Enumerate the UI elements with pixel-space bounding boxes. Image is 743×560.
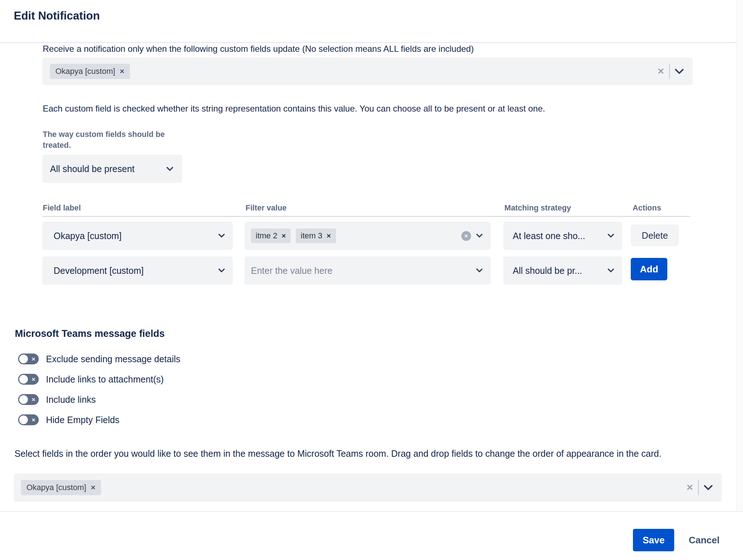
toggle-off-icon: ✕ (32, 397, 35, 402)
toggle-row-exclude-details: ✕ Exclude sending message details (18, 354, 180, 364)
column-header-field-label: Field label (43, 204, 81, 213)
toggle-label: Exclude sending message details (46, 354, 180, 364)
order-description: Select fields in the order you would lik… (14, 447, 713, 460)
column-header-matching-strategy: Matching strategy (504, 204, 571, 213)
tag-remove-icon[interactable]: ✕ (91, 485, 96, 491)
chevron-down-icon (218, 268, 225, 273)
toggle-row-hide-empty-fields: ✕ Hide Empty Fields (18, 414, 119, 425)
field-label-value: Okapya [custom] (54, 231, 122, 241)
page-title: Edit Notification (14, 9, 100, 22)
footer-divider (0, 511, 743, 512)
selected-field-tag: Okapya [custom] ✕ (21, 480, 101, 495)
toggle-off-icon: ✕ (32, 357, 35, 362)
clear-all-icon[interactable]: ✕ (461, 231, 471, 241)
treatment-label: The way custom fields should be treated. (43, 129, 166, 151)
filter-value-select[interactable]: itme 2 ✕ item 3 ✕ ✕ (244, 222, 491, 250)
chevron-down-icon (218, 234, 225, 238)
toggle-switch[interactable]: ✕ (18, 374, 39, 385)
treatment-dropdown[interactable]: All should be present (42, 155, 182, 183)
toggle-knob (19, 395, 28, 404)
tag-label: Okapya [custom] (26, 483, 86, 492)
header-divider (0, 42, 743, 43)
teams-section-heading: Microsoft Teams message fields (15, 328, 165, 339)
clear-selection-icon[interactable]: ✕ (686, 483, 693, 492)
toggle-switch[interactable]: ✕ (18, 394, 39, 405)
cancel-button[interactable]: Cancel (689, 529, 719, 551)
toggle-label: Hide Empty Fields (46, 415, 119, 425)
chevron-down-icon[interactable] (704, 485, 713, 491)
filter-value-placeholder: Enter the value here (251, 266, 332, 276)
toggle-knob (19, 355, 28, 363)
toggle-switch[interactable]: ✕ (18, 354, 39, 364)
column-header-actions: Actions (633, 204, 661, 213)
matching-strategy-value: All should be pr... (513, 266, 582, 276)
toggle-row-include-links: ✕ Include links (18, 394, 96, 405)
selected-field-tag: Okapya [custom] ✕ (50, 64, 130, 79)
toggle-switch[interactable]: ✕ (18, 414, 39, 425)
tag-remove-icon[interactable]: ✕ (119, 68, 125, 75)
chevron-down-icon (476, 234, 483, 238)
toggle-knob (19, 415, 28, 424)
custom-fields-hint: Each custom field is checked whether its… (43, 104, 545, 114)
field-label-select[interactable]: Development [custom] (42, 256, 233, 285)
chevron-down-icon[interactable] (675, 68, 684, 75)
table-header-underline (42, 216, 690, 217)
matching-strategy-select[interactable]: At least one sho... (503, 222, 622, 250)
treatment-value: All should be present (50, 164, 134, 174)
field-label-value: Development [custom] (54, 266, 144, 276)
add-row-button[interactable]: Add (631, 258, 667, 280)
toggle-label: Include links (46, 394, 96, 405)
matching-strategy-value: At least one sho... (513, 231, 585, 241)
matching-strategy-select[interactable]: All should be pr... (503, 256, 622, 285)
chevron-down-icon (166, 167, 173, 171)
tag-label: item 3 (301, 231, 322, 241)
filter-tag: item 3 ✕ (296, 229, 336, 243)
chevron-down-icon (608, 234, 614, 238)
tag-remove-icon[interactable]: ✕ (281, 233, 286, 239)
chevron-down-icon (608, 268, 614, 273)
delete-row-button[interactable]: Delete (631, 225, 679, 246)
save-button[interactable]: Save (633, 529, 674, 551)
scrollbar-track[interactable] (736, 0, 743, 511)
tag-remove-icon[interactable]: ✕ (326, 233, 331, 239)
toggle-off-icon: ✕ (32, 377, 35, 382)
toggle-off-icon: ✕ (32, 418, 35, 422)
column-header-filter-value: Filter value (245, 204, 287, 213)
select-divider (698, 480, 699, 495)
tag-label: itme 2 (256, 231, 277, 241)
order-fields-multiselect[interactable]: Okapya [custom] ✕ ✕ (14, 473, 722, 502)
custom-fields-description: Receive a notification only when the fol… (43, 44, 474, 54)
clear-selection-icon[interactable]: ✕ (657, 67, 664, 76)
chevron-down-icon (476, 268, 483, 273)
toggle-label: Include links to attachment(s) (46, 374, 164, 385)
select-divider (669, 64, 670, 79)
filter-value-input[interactable]: Enter the value here (244, 256, 491, 285)
filter-tag: itme 2 ✕ (251, 229, 291, 243)
toggle-row-attachment-links: ✕ Include links to attachment(s) (18, 374, 164, 385)
custom-fields-multiselect[interactable]: Okapya [custom] ✕ ✕ (42, 58, 693, 85)
toggle-knob (19, 375, 28, 384)
field-label-select[interactable]: Okapya [custom] (42, 222, 233, 250)
tag-label: Okapya [custom] (55, 67, 115, 76)
